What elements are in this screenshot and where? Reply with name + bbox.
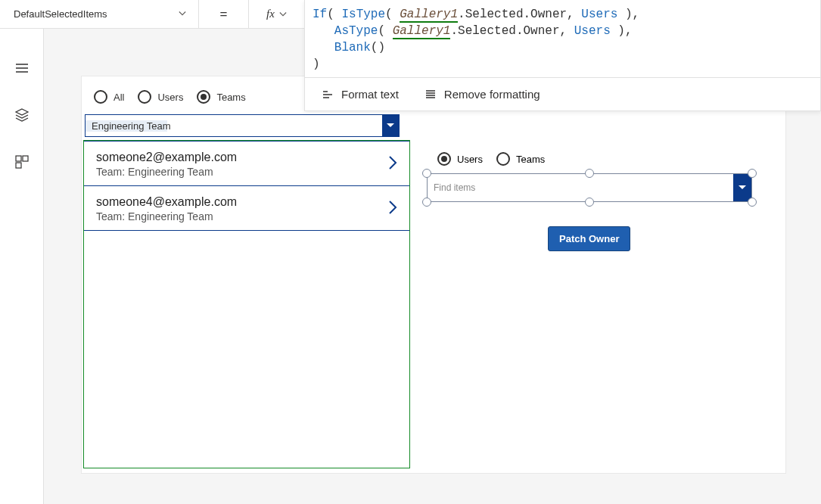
radio-users[interactable]: Users [138, 90, 183, 104]
radio-all[interactable]: All [94, 90, 124, 104]
chevron-right-icon [387, 154, 399, 175]
remove-formatting-button[interactable]: Remove formatting [424, 88, 540, 101]
svg-rect-1 [23, 156, 28, 161]
radio-icon [197, 90, 210, 104]
resize-handle[interactable] [422, 169, 431, 178]
resize-handle[interactable] [748, 198, 757, 207]
layers-icon[interactable] [13, 106, 31, 124]
fx-label: fx [266, 8, 275, 20]
gallery-item-subtitle: Team: Engineering Team [96, 166, 237, 178]
chevron-down-icon[interactable] [382, 115, 399, 136]
chevron-down-icon [179, 8, 186, 20]
formula-editor[interactable]: If( IsType( Gallery1.Selected.Owner, Use… [305, 0, 820, 77]
chevron-right-icon [387, 198, 399, 219]
find-items-input[interactable]: Find items [428, 174, 733, 201]
gallery-item[interactable]: someone4@example.com Team: Engineering T… [84, 186, 409, 231]
property-name: DefaultSelectedItems [14, 8, 107, 20]
format-text-button[interactable]: Format text [322, 88, 399, 101]
resize-handle[interactable] [748, 169, 757, 178]
right-radio-users[interactable]: Users [437, 152, 483, 166]
property-selector[interactable]: DefaultSelectedItems [0, 0, 198, 29]
fx-button[interactable]: fx [248, 0, 304, 29]
right-radio-teams[interactable]: Teams [496, 152, 545, 166]
radio-icon [496, 152, 510, 166]
resize-handle[interactable] [585, 198, 594, 207]
selected-combobox-control[interactable]: Find items [427, 173, 752, 202]
left-rail [0, 29, 44, 504]
chevron-down-icon[interactable] [733, 174, 751, 201]
gallery-item-subtitle: Team: Engineering Team [96, 210, 237, 222]
radio-icon [437, 152, 451, 166]
gallery[interactable]: someone2@example.com Team: Engineering T… [83, 140, 410, 468]
gallery-item[interactable]: someone2@example.com Team: Engineering T… [84, 141, 409, 186]
app-screen: All Users Teams Engineering Team someone… [82, 76, 785, 473]
gallery-item-email: someone4@example.com [96, 195, 237, 209]
svg-rect-0 [16, 156, 21, 161]
gallery-item-email: someone2@example.com [96, 151, 237, 164]
format-text-icon [322, 89, 334, 101]
svg-rect-2 [16, 163, 21, 168]
equals-label: = [198, 0, 248, 29]
remove-formatting-icon [424, 89, 437, 101]
components-icon[interactable] [13, 153, 31, 171]
team-combobox[interactable]: Engineering Team [85, 114, 400, 137]
formula-editor-panel: If( IsType( Gallery1.Selected.Owner, Use… [304, 0, 821, 111]
hamburger-icon[interactable] [13, 59, 31, 77]
resize-handle[interactable] [585, 169, 594, 178]
resize-handle[interactable] [422, 198, 431, 207]
radio-teams[interactable]: Teams [197, 90, 245, 104]
radio-icon [138, 90, 151, 104]
team-combobox-value: Engineering Team [86, 120, 382, 132]
chevron-down-icon [279, 8, 287, 21]
radio-icon [94, 90, 107, 104]
patch-owner-button[interactable]: Patch Owner [548, 226, 630, 251]
